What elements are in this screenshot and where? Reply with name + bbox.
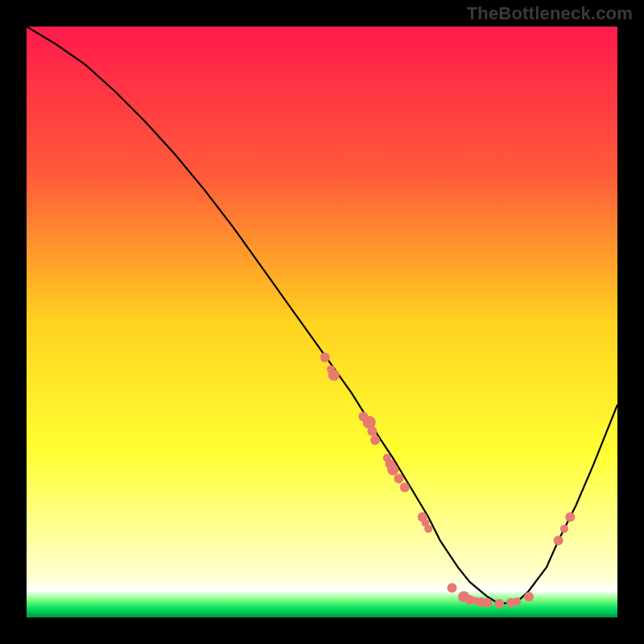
scatter-point bbox=[494, 599, 504, 609]
scatter-point bbox=[370, 436, 380, 445]
scatter-point bbox=[554, 536, 564, 546]
scatter-point bbox=[424, 525, 432, 533]
scatter-point bbox=[387, 464, 398, 476]
scatter-point bbox=[400, 483, 410, 493]
scatter-point bbox=[483, 598, 493, 608]
scatter-point bbox=[524, 592, 534, 601]
scatter-point bbox=[367, 427, 377, 436]
scatter-point bbox=[513, 597, 521, 605]
plot-background bbox=[27, 27, 617, 617]
bottleneck-chart bbox=[0, 0, 644, 644]
chart-container: TheBottleneck.com bbox=[0, 0, 644, 644]
scatter-point bbox=[320, 353, 330, 362]
scatter-point bbox=[447, 583, 456, 592]
scatter-point bbox=[560, 525, 568, 533]
scatter-point bbox=[565, 512, 575, 522]
scatter-point bbox=[394, 474, 403, 484]
scatter-point bbox=[328, 369, 340, 381]
